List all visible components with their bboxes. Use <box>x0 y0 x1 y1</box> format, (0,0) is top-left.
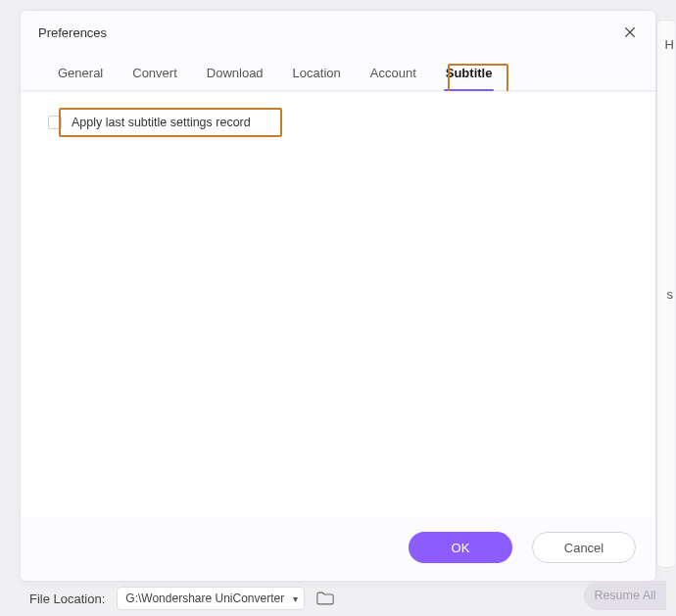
folder-icon[interactable] <box>316 591 334 606</box>
file-location-label: File Location: <box>29 592 105 606</box>
bottom-bar: File Location: G:\Wondershare UniConvert… <box>29 587 666 610</box>
background-letter: s <box>667 287 674 302</box>
cancel-button[interactable]: Cancel <box>532 532 636 563</box>
preferences-dialog: Preferences General Convert Download Loc… <box>20 10 656 582</box>
tab-download[interactable]: Download <box>205 58 266 90</box>
background-letter: H <box>665 37 674 52</box>
tab-account[interactable]: Account <box>368 58 418 90</box>
file-location-path: G:\Wondershare UniConverter <box>125 592 287 605</box>
tab-convert[interactable]: Convert <box>130 58 179 90</box>
apply-last-subtitle-row[interactable]: Apply last subtitle settings record <box>42 110 261 135</box>
dialog-footer: OK Cancel <box>21 516 655 581</box>
apply-last-subtitle-checkbox[interactable] <box>48 116 62 129</box>
close-button[interactable] <box>622 24 638 40</box>
dialog-header: Preferences <box>21 11 655 48</box>
resume-all-button[interactable]: Resume All <box>584 581 666 610</box>
dialog-content: Apply last subtitle settings record <box>21 91 655 516</box>
chevron-down-icon: ▾ <box>293 593 298 604</box>
tab-subtitle[interactable]: Subtitle <box>444 58 495 90</box>
tabs-bar: General Convert Download Location Accoun… <box>21 48 655 91</box>
dialog-title: Preferences <box>38 25 107 40</box>
file-location-select[interactable]: G:\Wondershare UniConverter ▾ <box>117 587 305 610</box>
ok-button[interactable]: OK <box>409 532 512 563</box>
tab-location[interactable]: Location <box>291 58 343 90</box>
close-icon <box>623 25 637 39</box>
tab-general[interactable]: General <box>56 58 105 90</box>
apply-last-subtitle-label: Apply last subtitle settings record <box>72 116 251 129</box>
